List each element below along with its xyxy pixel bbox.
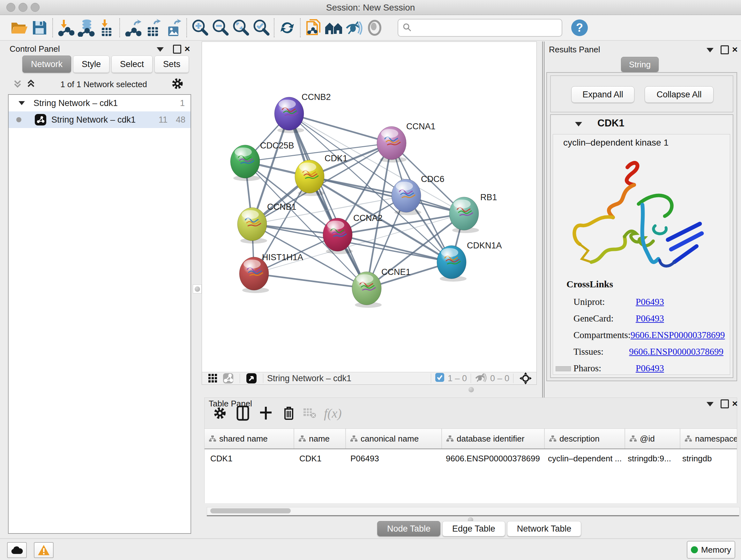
results-splitter[interactable] [542, 42, 544, 397]
network-share-icon[interactable] [220, 367, 236, 390]
crosslink-link[interactable]: 9606.ENSP00000378699 [629, 347, 724, 357]
save-session-icon[interactable] [29, 18, 50, 38]
crosslink-label: Uniprot: [574, 297, 636, 307]
memory-button[interactable]: Memory [687, 541, 735, 559]
table-cell[interactable]: cyclin–dependent ... [542, 449, 622, 468]
cloud-button[interactable] [7, 542, 27, 558]
node-gloss-highlight [396, 182, 413, 191]
graphics-details-eye-icon[interactable] [344, 18, 364, 38]
column-header-shared-name[interactable]: shared name [205, 429, 294, 449]
refresh-layout-icon[interactable] [277, 18, 297, 38]
column-header-description[interactable]: description [545, 429, 625, 449]
network-collection-row[interactable]: String Network – cdk1 1 [9, 95, 191, 111]
gene-symbol: CDK1 [597, 118, 624, 129]
crosslink-link[interactable]: P06493 [636, 313, 664, 324]
collapse-all-button[interactable]: Collapse All [645, 86, 714, 103]
hidden-eye-icon[interactable] [475, 373, 487, 384]
crosslink-link[interactable]: P06493 [636, 297, 664, 307]
table-close-icon[interactable]: × [732, 399, 738, 408]
import-network-from-file-icon[interactable] [56, 18, 76, 38]
help-icon[interactable]: ? [569, 18, 590, 38]
collection-collapse-icon[interactable] [18, 101, 25, 105]
table-cell[interactable]: 9606.ENSP00000378699 [440, 449, 542, 468]
zoom-out-icon[interactable] [210, 18, 230, 38]
panel-close-icon[interactable]: × [185, 44, 190, 54]
table-float-icon[interactable] [721, 399, 729, 408]
home-icon[interactable] [324, 18, 344, 38]
network-edge[interactable] [254, 273, 367, 288]
selected-checkbox-icon[interactable] [435, 373, 445, 384]
network-tree: String Network – cdk1 1 String Network –… [8, 94, 191, 534]
zoom-fit-icon[interactable] [230, 18, 251, 38]
crosslink-label: Pharos: [574, 363, 636, 374]
table-cell[interactable]: CDK1 [293, 449, 345, 468]
entry-collapse-icon[interactable] [575, 122, 582, 126]
zoom-in-icon[interactable] [190, 18, 210, 38]
tab-network-table[interactable]: Network Table [507, 521, 582, 537]
table-menu-icon[interactable] [706, 402, 714, 407]
left-splitter-handle[interactable] [193, 285, 202, 294]
network-options-gear-icon[interactable] [171, 77, 184, 91]
tab-string[interactable]: String [621, 57, 659, 72]
birdseye-toggle-icon[interactable] [244, 367, 259, 390]
add-column-icon[interactable] [254, 401, 277, 425]
string-import-icon[interactable] [303, 18, 324, 38]
column-header--id[interactable]: @id [625, 429, 680, 449]
table-cell[interactable]: stringdb [677, 449, 737, 468]
gene-entry-cdk1: CDK1 cyclin–dependent kinase 1 [550, 114, 733, 378]
results-menu-icon[interactable] [706, 48, 714, 52]
search-input[interactable] [412, 22, 550, 33]
tab-select[interactable]: Select [111, 56, 152, 73]
network-graph[interactable]: CCNB2CCNA1CDC25BCDK1CDC6RB1CCNB1CCNA2CDK… [202, 42, 536, 372]
grid-mode-icon[interactable] [205, 367, 220, 390]
crosslink-label: GeneCard: [574, 313, 636, 324]
mini-scrollbar[interactable] [556, 366, 571, 371]
crosshair-icon[interactable] [517, 367, 534, 390]
network-view[interactable]: CCNB2CCNA1CDC25BCDK1CDC6RB1CCNB1CCNA2CDK… [202, 42, 537, 385]
table-hscrollbar-thumb[interactable] [210, 508, 291, 513]
table-cell[interactable]: stringdb:9... [622, 449, 677, 468]
results-float-icon[interactable] [721, 45, 729, 54]
tab-edge-table[interactable]: Edge Table [442, 521, 505, 537]
column-header-name[interactable]: name [294, 429, 346, 449]
collapse-all-networks-icon[interactable] [12, 78, 23, 90]
search-box[interactable] [398, 19, 562, 37]
birdseye-view-icon[interactable] [364, 18, 385, 38]
export-network-icon[interactable] [123, 18, 143, 38]
table-row[interactable]: CDK1CDK1P064939606.ENSP00000378699cyclin… [205, 449, 737, 468]
import-network-from-database-icon[interactable] [76, 18, 96, 38]
column-header-canonical-name[interactable]: canonical name [346, 429, 442, 449]
function-builder-icon: f(x) [324, 406, 342, 421]
crosslink-link[interactable]: 9606.ENSP00000378699 [630, 330, 725, 340]
results-close-icon[interactable]: × [732, 45, 738, 54]
export-table-icon[interactable] [143, 18, 163, 38]
node-gloss-highlight [381, 129, 398, 138]
table-hscrollbar[interactable] [207, 507, 740, 515]
column-header-database-identifier[interactable]: database identifier [442, 429, 545, 449]
table-body: CDK1CDK1P064939606.ENSP00000378699cyclin… [205, 449, 737, 468]
window-title: Session: New Session [0, 3, 741, 13]
export-image-icon[interactable] [163, 18, 184, 38]
network-list-header: 1 of 1 Network selected [3, 75, 192, 94]
horizontal-splitter-handle[interactable] [468, 387, 474, 392]
warning-button[interactable] [34, 542, 54, 558]
tab-network[interactable]: Network [22, 56, 71, 73]
expand-all-button[interactable]: Expand All [571, 86, 634, 103]
open-session-icon[interactable] [9, 18, 29, 38]
expand-all-networks-icon[interactable] [25, 78, 37, 90]
network-row-selected[interactable]: String Network – cdk1 11 48 [9, 111, 191, 128]
table-cell[interactable]: CDK1 [205, 449, 293, 468]
tab-sets[interactable]: Sets [154, 56, 189, 73]
network-edge[interactable] [338, 235, 452, 262]
column-header-namespace[interactable]: namespace [680, 429, 737, 449]
panel-menu-icon[interactable] [157, 47, 164, 52]
import-table-from-file-icon[interactable] [96, 18, 117, 38]
crosslink-label: Tissues: [574, 347, 629, 357]
delete-column-icon[interactable] [277, 401, 300, 425]
tab-style[interactable]: Style [73, 56, 110, 73]
panel-float-icon[interactable] [173, 45, 181, 54]
crosslink-link[interactable]: P06493 [636, 363, 664, 374]
tab-node-table[interactable]: Node Table [377, 521, 441, 537]
zoom-selected-icon[interactable] [251, 18, 271, 38]
table-cell[interactable]: P06493 [345, 449, 440, 468]
